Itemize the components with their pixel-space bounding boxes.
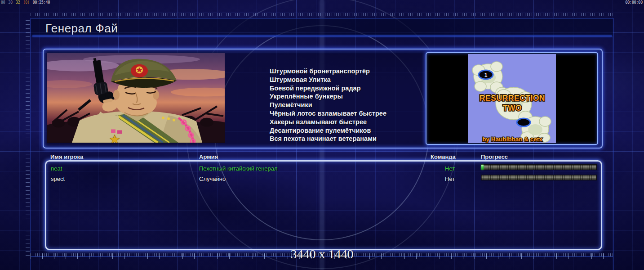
start-position-2-marker: [517, 118, 530, 126]
page-title: Генерал Фай: [45, 22, 118, 36]
map-credit: by Haubibban & cetx: [482, 136, 542, 143]
feature-item: Хакеры взламывают быстрее: [270, 118, 427, 126]
feature-item: Вся пехота начинает ветеранами: [270, 135, 427, 143]
column-header-army: Армия: [199, 153, 218, 160]
outer-frame-left-line: [31, 18, 31, 270]
resolution-label: 3440 x 1440: [0, 247, 644, 261]
player-progress-bar: [481, 175, 597, 180]
outer-frame-right-line: [613, 18, 613, 270]
top-ruler-ticks: [31, 13, 613, 16]
player-team: Нет: [445, 176, 455, 182]
column-header-team: Команда: [431, 153, 456, 160]
general-features-list: Штурмовой бронетранспортёр Штурмовая Ули…: [270, 67, 427, 143]
elapsed-time: 00:25:48: [33, 0, 50, 4]
map-preview-image: 1 RESURRECTION TWO by Haubibban & cetx: [468, 54, 556, 143]
feature-item: Штурмовой бронетранспортёр: [270, 67, 427, 76]
title-underline: [32, 36, 612, 36]
feature-item: Пулемётчики: [270, 101, 427, 109]
player-team: Нет: [445, 165, 455, 172]
debug-counters: 08 30 32 (0) 00:25:48: [1, 0, 51, 4]
titlebar-background: [31, 18, 613, 36]
debug-token: 08: [1, 0, 5, 4]
player-progress-bar: [481, 164, 597, 170]
feature-item: Штурмовая Улитка: [270, 76, 427, 84]
map-preview-box: 1 RESURRECTION TWO by Haubibban & cetx: [426, 52, 598, 145]
map-title-line2: TWO: [503, 104, 522, 112]
svg-text:1: 1: [484, 72, 488, 78]
feature-item: Десантирование пулемётчиков: [270, 126, 427, 135]
loading-screen: 08 30 32 (0) 00:25:48 00:00:00 Генерал Ф…: [0, 0, 644, 270]
start-position-1-marker: 1: [479, 70, 493, 79]
debug-token: 30: [8, 0, 13, 4]
left-ruler-ticks: [26, 18, 30, 256]
player-name: neat: [51, 165, 62, 172]
map-preview-svg: 1 RESURRECTION TWO by Haubibban & cetx: [468, 54, 556, 143]
map-title-line1: RESURRECTION: [480, 94, 545, 103]
debug-token: 32: [16, 0, 20, 4]
general-portrait: [47, 53, 225, 143]
game-timer: 00:00:00: [625, 0, 643, 4]
feature-item: Чёрный лотос взламывает быстрее: [270, 109, 427, 118]
column-header-progress: Прогресс: [481, 153, 508, 160]
player-name: spect: [51, 176, 65, 182]
player-progress-fill: [481, 165, 484, 170]
players-panel: [45, 160, 602, 250]
column-header-player-name: Имя игрока: [50, 153, 83, 160]
player-army: Пехотный китайский генерал: [199, 165, 278, 172]
debug-token: (0): [23, 0, 29, 4]
feature-item: Боевой передвижной радар: [270, 84, 427, 93]
general-portrait-image: [47, 53, 225, 143]
player-army: Случайно: [199, 176, 226, 182]
feature-item: Укреплённые бункеры: [270, 92, 427, 101]
